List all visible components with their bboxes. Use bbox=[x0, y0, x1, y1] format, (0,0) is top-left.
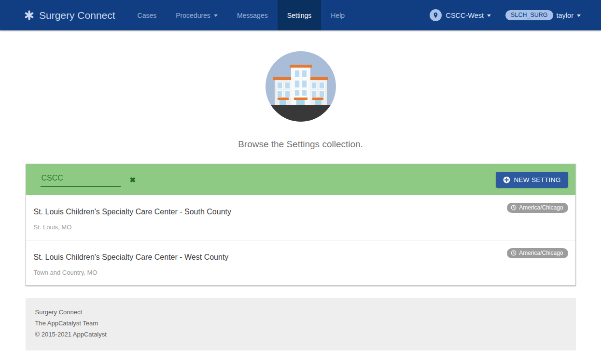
nav-item-procedures-label: Procedures bbox=[176, 12, 210, 19]
nav-item-messages[interactable]: Messages bbox=[227, 0, 278, 30]
collection-caption: Browse the Settings collection. bbox=[0, 139, 601, 150]
caret-down-icon bbox=[577, 14, 581, 17]
caret-down-icon bbox=[214, 14, 218, 17]
user-menu[interactable]: SLCH_SURG taylor bbox=[505, 10, 581, 20]
setting-title: St. Louis Children's Specialty Care Cent… bbox=[34, 208, 568, 216]
timezone-label: America/Chicago bbox=[519, 204, 563, 211]
list-item[interactable]: St. Louis Children's Specialty Care Cent… bbox=[26, 195, 575, 240]
timezone-badge: America/Chicago bbox=[507, 248, 568, 258]
location-label: CSCC-West bbox=[446, 12, 484, 19]
settings-collection-panel: ✖ NEW SETTING St. Louis Children's Speci… bbox=[26, 164, 576, 286]
role-badge: SLCH_SURG bbox=[505, 10, 553, 20]
caret-down-icon bbox=[487, 14, 491, 17]
main-nav: Cases Procedures Messages Settings Help bbox=[128, 0, 354, 30]
clock-icon bbox=[511, 205, 517, 210]
clock-icon bbox=[511, 250, 517, 256]
search-input[interactable] bbox=[41, 172, 121, 187]
list-item[interactable]: St. Louis Children's Specialty Care Cent… bbox=[26, 240, 575, 285]
plus-circle-icon bbox=[503, 176, 510, 183]
settings-list: St. Louis Children's Specialty Care Cent… bbox=[26, 195, 575, 285]
setting-title: St. Louis Children's Specialty Care Cent… bbox=[34, 253, 568, 262]
brand[interactable]: Surgery Connect bbox=[24, 0, 115, 30]
collection-header: ✖ NEW SETTING bbox=[26, 164, 575, 195]
navbar-right: CSCC-West SLCH_SURG taylor bbox=[430, 0, 581, 30]
footer-app-name: Surgery Connect bbox=[35, 307, 566, 318]
search-wrap: ✖ bbox=[41, 172, 136, 187]
location-pin-icon bbox=[430, 9, 442, 21]
brand-label: Surgery Connect bbox=[39, 10, 115, 21]
footer-team: The AppCatalyst Team bbox=[35, 318, 566, 329]
nav-item-help[interactable]: Help bbox=[321, 0, 354, 30]
hospital-illustration bbox=[266, 51, 336, 122]
setting-subtitle: St. Louis, MO bbox=[34, 224, 568, 231]
new-setting-label: NEW SETTING bbox=[514, 176, 560, 183]
timezone-badge: America/Chicago bbox=[507, 203, 568, 213]
location-selector[interactable]: CSCC-West bbox=[430, 9, 491, 21]
setting-subtitle: Town and Country, MO bbox=[34, 269, 568, 276]
timezone-label: America/Chicago bbox=[519, 250, 563, 256]
nav-item-cases[interactable]: Cases bbox=[128, 0, 167, 30]
user-name: taylor bbox=[557, 12, 573, 19]
footer-copyright: © 2015-2021 AppCatalyst bbox=[35, 329, 566, 340]
page: Surgery Connect Cases Procedures Message… bbox=[0, 0, 601, 364]
navbar: Surgery Connect Cases Procedures Message… bbox=[0, 0, 601, 30]
clear-search-icon[interactable]: ✖ bbox=[130, 176, 136, 183]
hero-section: Browse the Settings collection. bbox=[0, 51, 601, 150]
footer: Surgery Connect The AppCatalyst Team © 2… bbox=[26, 298, 576, 350]
asterisk-logo-icon bbox=[24, 10, 34, 20]
nav-item-procedures[interactable]: Procedures bbox=[166, 0, 227, 30]
nav-item-settings[interactable]: Settings bbox=[278, 0, 321, 30]
new-setting-button[interactable]: NEW SETTING bbox=[496, 172, 568, 188]
